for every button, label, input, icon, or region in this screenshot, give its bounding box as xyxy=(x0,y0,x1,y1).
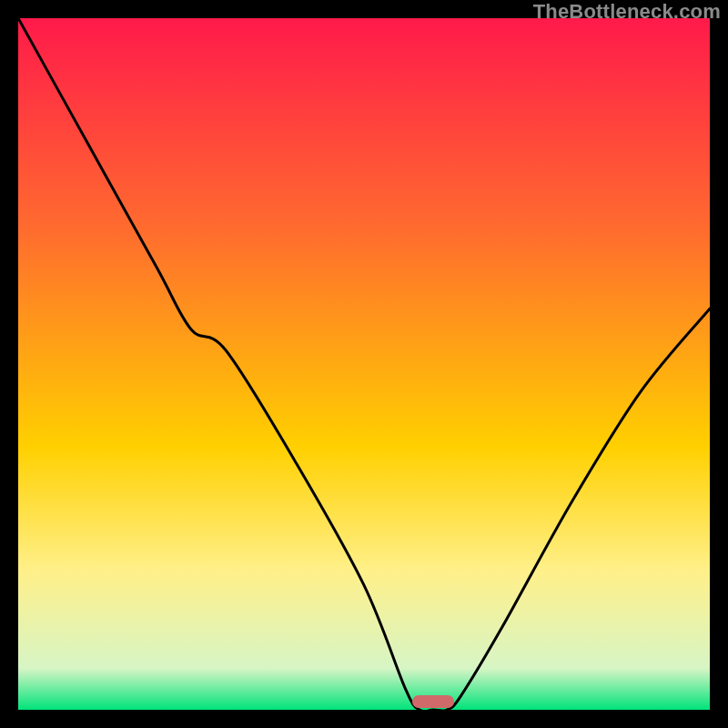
chart-svg xyxy=(18,18,710,710)
gradient-background xyxy=(18,18,710,710)
plot-area xyxy=(18,18,710,710)
chart-frame: TheBottleneck.com xyxy=(0,0,728,728)
optimal-range-marker xyxy=(412,695,454,708)
